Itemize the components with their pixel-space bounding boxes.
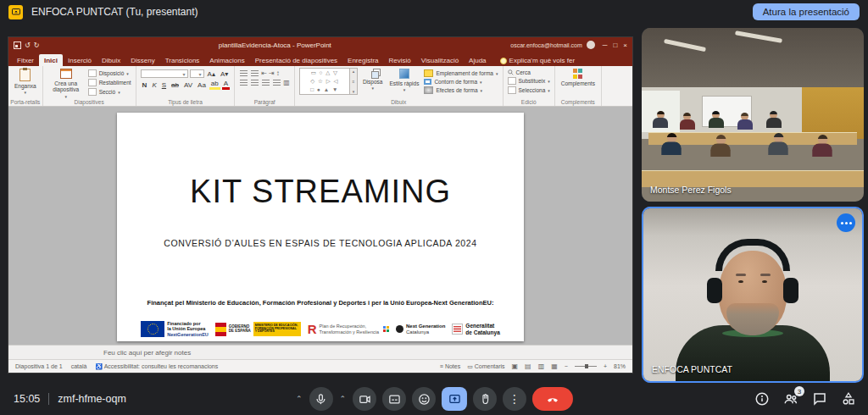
tab-transicions[interactable]: Transicions — [160, 54, 205, 66]
bullets-icon[interactable] — [240, 70, 248, 76]
zoom-in-icon[interactable]: + — [604, 363, 607, 369]
shapes-gallery[interactable]: ▭ ○ △ ▽◇ ☆ ▷ ◁□ ● ▲ ▼ — [299, 68, 350, 95]
bold-button[interactable]: N — [141, 81, 149, 89]
more-options-button[interactable]: ⋮ — [503, 387, 526, 411]
save-icon[interactable] — [14, 42, 21, 49]
tab-disseny[interactable]: Disseny — [125, 54, 159, 66]
zoom-out-icon[interactable]: − — [565, 363, 568, 369]
microphone-button[interactable] — [309, 387, 333, 411]
find-button[interactable]: Cerca — [508, 69, 550, 75]
align-right-icon[interactable] — [262, 80, 270, 86]
line-spacing-icon[interactable]: ↕ — [276, 69, 280, 77]
slideshow-view-icon[interactable]: ▦ — [551, 362, 558, 370]
highlight-color-icon[interactable]: ab — [209, 80, 220, 90]
grow-font-icon[interactable]: A▴ — [206, 70, 217, 78]
undo-icon[interactable]: ↺ — [25, 42, 31, 49]
shrink-font-icon[interactable]: A▾ — [219, 70, 230, 78]
font-color-icon[interactable]: A — [222, 80, 230, 90]
replace-button[interactable]: Substitueix▾ — [508, 77, 550, 85]
font-group-label: Tipus de lletra — [136, 99, 235, 105]
align-left-icon[interactable] — [240, 80, 248, 86]
activities-button[interactable] — [841, 391, 856, 407]
clipboard-group: Enganxa▾ Porta-retalls — [8, 66, 43, 106]
restore-icon[interactable]: □ — [613, 42, 617, 49]
meeting-details-button[interactable] — [754, 391, 770, 407]
slide-canvas[interactable]: KIT STREAMING CONVERSIÓ D’AULES EN ESPAI… — [8, 107, 632, 345]
numbering-icon[interactable] — [251, 70, 259, 76]
chat-button[interactable] — [812, 391, 827, 407]
tab-revisio[interactable]: Revisió — [384, 54, 416, 66]
select-button[interactable]: Selecciona▾ — [508, 86, 550, 94]
character-spacing-icon[interactable]: AV — [182, 81, 194, 89]
tab-inici[interactable]: Inici — [39, 54, 63, 66]
tab-enregistra[interactable]: Enregistra — [342, 54, 383, 66]
paste-icon — [19, 69, 31, 81]
minimize-icon[interactable]: ─ — [603, 42, 608, 49]
increase-indent-icon[interactable]: ⇥ — [269, 69, 275, 77]
tab-dibuix[interactable]: Dibuix — [97, 54, 125, 66]
paste-button[interactable]: Enganxa▾ — [13, 68, 38, 97]
underline-button[interactable]: S — [160, 81, 168, 89]
italic-button[interactable]: K — [150, 81, 158, 89]
video-tile-classroom[interactable]: Montse Perez Figols — [642, 28, 864, 202]
language-indicator[interactable]: català — [71, 363, 87, 369]
account-avatar[interactable] — [587, 41, 595, 49]
video-tile-self[interactable]: ENFOCA PUNTCAT — [642, 207, 864, 383]
camera-button[interactable] — [353, 387, 376, 411]
tab-ajuda[interactable]: Ajuda — [464, 54, 491, 66]
arrange-button[interactable]: Disposa▾ — [361, 68, 384, 92]
notes-pane[interactable]: Feu clic aquí per afegir notes — [8, 345, 632, 359]
end-call-button[interactable] — [532, 387, 573, 411]
strikethrough-icon[interactable]: ab — [170, 81, 181, 89]
headphones-band — [715, 239, 790, 271]
clock: 15:05 — [14, 393, 40, 405]
justify-icon[interactable] — [273, 80, 281, 86]
tab-fitxer[interactable]: Fitxer — [12, 54, 39, 66]
tab-presentacio[interactable]: Presentació de diapositives — [250, 54, 342, 66]
decrease-indent-icon[interactable]: ⇤ — [261, 69, 267, 77]
columns-icon[interactable]: ▥ — [283, 79, 290, 86]
slide-title[interactable]: KIT STREAMING — [117, 174, 524, 210]
tab-insercio[interactable]: Inserció — [63, 54, 97, 66]
redo-icon[interactable]: ↻ — [34, 42, 40, 49]
change-case-icon[interactable]: Aa — [196, 81, 208, 89]
stop-presenting-button[interactable]: Atura la presentació — [753, 3, 860, 20]
close-icon[interactable]: × — [623, 42, 627, 49]
align-center-icon[interactable] — [251, 80, 259, 86]
present-screen-button[interactable] — [442, 387, 467, 411]
slide-sorter-view-icon[interactable]: ▤ — [525, 362, 531, 370]
captions-button[interactable] — [382, 387, 406, 411]
reset-button[interactable]: Restabliment — [88, 79, 131, 86]
font-size-combobox[interactable]: ▾ — [190, 69, 204, 78]
participants-button[interactable]: 3 — [783, 391, 798, 407]
shape-fill-button[interactable]: Emplenament de forma▾ — [424, 69, 498, 77]
zoom-slider[interactable] — [575, 366, 597, 367]
tell-me-box[interactable]: Explica'm què vols fer — [500, 57, 576, 66]
addins-button[interactable]: Complements — [559, 68, 597, 87]
mic-options-chevron-icon[interactable]: ⌃ — [295, 395, 303, 403]
section-button[interactable]: Secció▾ — [88, 88, 131, 96]
accessibility-status[interactable]: ♿ Accessibilitat: consulteu les recomana… — [95, 363, 218, 370]
camera-options-chevron-icon[interactable]: ⌃ — [339, 395, 348, 403]
reactions-button[interactable] — [412, 387, 436, 411]
quick-styles-button[interactable]: Estils ràpids▾ — [387, 68, 420, 94]
comments-toggle-button[interactable]: ▭ Comentaris — [467, 363, 504, 370]
shape-effects-button[interactable]: Efectes de forma▾ — [424, 86, 498, 94]
raise-hand-button[interactable] — [473, 387, 497, 411]
tab-animacions[interactable]: Animacions — [204, 54, 249, 66]
tile-options-button[interactable] — [837, 213, 855, 232]
slide-subtitle[interactable]: CONVERSIÓ D’AULES EN ESPAIS DE TECNOLOGI… — [117, 238, 524, 248]
notes-toggle-button[interactable]: ≡ Notes — [440, 363, 460, 369]
normal-view-icon[interactable]: ▣ — [512, 362, 519, 370]
slide[interactable]: KIT STREAMING CONVERSIÓ D’AULES EN ESPAI… — [117, 113, 524, 341]
slides-group: Crea una diapositiva▾ Disposició▾ Restab… — [43, 66, 136, 106]
zoom-level[interactable]: 81% — [614, 363, 626, 369]
shapes-gallery-scrollbar[interactable]: ▴≡▾ — [350, 68, 358, 95]
shape-outline-button[interactable]: Contorn de forma▾ — [424, 79, 498, 85]
tab-visualitzacio[interactable]: Visualització — [416, 54, 464, 66]
reading-view-icon[interactable]: ▥ — [538, 362, 545, 370]
new-slide-button[interactable]: Crea una diapositiva▾ — [47, 68, 85, 101]
font-name-combobox[interactable]: ▾ — [141, 69, 188, 78]
layout-button[interactable]: Disposició▾ — [88, 69, 131, 77]
clipboard-group-label: Porta-retalls — [8, 99, 42, 105]
